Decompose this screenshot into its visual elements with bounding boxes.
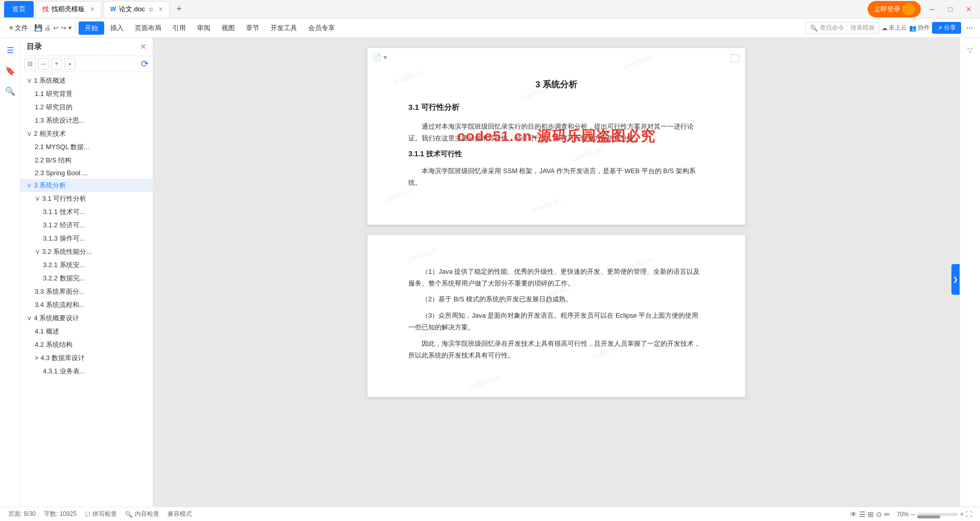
doc-list-item-3: （3）众所周知，Java 是面向对象的开发语言。程序开发员可以在 Eclipse…	[408, 310, 704, 334]
sidebar-icon-search[interactable]: 🔍	[2, 83, 18, 99]
tab-home[interactable]: 首页	[4, 1, 34, 17]
toc-refresh-icon[interactable]: ⟳	[141, 58, 149, 69]
menu-insert[interactable]: 插入	[105, 21, 129, 35]
toc-expand[interactable]: +	[51, 58, 62, 69]
search-command-input[interactable]: 🔍 查找命令、搜索模板	[805, 22, 879, 34]
status-view-icons: 👁 ☰ ⊞ ⊙ ✏	[850, 510, 890, 518]
toc-item[interactable]: 3.1.2 经济可...	[20, 219, 153, 232]
view-web-icon[interactable]: ⊙	[876, 510, 882, 518]
toolbar-print[interactable]: 🖨	[44, 24, 51, 32]
toc-item[interactable]: 2.3 Spring Boot ...	[20, 167, 153, 179]
tab-doc-close[interactable]: ✕	[158, 6, 163, 13]
status-spell-check[interactable]: ☑ 拼写检查	[85, 510, 117, 518]
maximize-button[interactable]: □	[943, 2, 958, 16]
page-toolbar-1: 📄 ▾	[373, 53, 387, 61]
tab-template-close[interactable]: ✕	[90, 6, 95, 13]
toc-item[interactable]: 4.2 系统结构	[20, 338, 153, 351]
share-button[interactable]: ↗ 分享	[932, 22, 961, 34]
status-zoom: 70% ─ + ⛶	[896, 511, 972, 518]
toc-item[interactable]: 1.3 系统设计思...	[20, 114, 153, 127]
zoom-fullscreen-button[interactable]: ⛶	[966, 511, 972, 518]
toc-item[interactable]: 1.1 研究背景	[20, 87, 153, 101]
view-edit-icon[interactable]: ✏	[884, 510, 890, 518]
right-panel-filter-icon[interactable]: ▽	[962, 42, 978, 58]
sidebar-icons: ☰ 🔖 🔍	[0, 38, 20, 521]
toc-item[interactable]: 1.2 研究目的	[20, 101, 153, 114]
toolbar-more[interactable]: ▾	[68, 24, 72, 32]
toolbar-undo[interactable]: ↩	[53, 24, 59, 32]
spell-check-label: 拼写检查	[92, 510, 117, 518]
page-tool-icon[interactable]: 📄 ▾	[373, 53, 387, 61]
sidebar-icon-bookmark[interactable]: 🔖	[2, 62, 18, 79]
toc-item[interactable]: ∨ 2 相关技术	[20, 127, 153, 140]
toc-close-button[interactable]: ✕	[140, 42, 146, 52]
right-panel: ▽	[960, 38, 980, 521]
zoom-out-button[interactable]: ─	[911, 511, 915, 518]
status-content-check[interactable]: 🔍 内容检查	[125, 510, 159, 518]
menu-page-layout[interactable]: 页面布局	[130, 21, 166, 35]
menu-more-options[interactable]: ⋯	[963, 22, 976, 34]
toc-item[interactable]: > 4.3 数据库设计	[20, 351, 153, 365]
toc-item[interactable]: 4.1 概述	[20, 325, 153, 338]
menu-chapter[interactable]: 章节	[241, 21, 264, 35]
view-page-icon[interactable]: ⊞	[868, 510, 874, 518]
tab-doc-label: 论文.doc	[119, 5, 145, 14]
cloud-icon: ☁	[881, 25, 888, 32]
view-read-icon[interactable]: 👁	[850, 510, 857, 518]
toc-expand-less[interactable]: ▪	[64, 58, 76, 69]
status-compat-mode: 兼容模式	[167, 510, 192, 518]
toc-item[interactable]: ∨ 1 系统概述	[20, 74, 153, 87]
menu-dev-tools[interactable]: 开发工具	[265, 21, 302, 35]
toc-toolbar: ⊟ ─ + ▪ ⟳	[20, 56, 153, 72]
menu-start-button[interactable]: 开始	[79, 21, 104, 35]
toc-item[interactable]: 4.3.1 业务表...	[20, 365, 153, 378]
toc-item[interactable]: 3.1.1 技术可...	[20, 205, 153, 219]
tab-template[interactable]: 找 找稻壳模板 ✕	[36, 1, 102, 17]
close-button[interactable]: ✕	[962, 2, 976, 16]
page-count-label: 页面: 8/30	[8, 510, 36, 518]
menu-file[interactable]: ≡ 文件	[4, 21, 33, 35]
toc-item[interactable]: 3.2.2 数据完...	[20, 272, 153, 285]
collab-label: 协作	[918, 23, 930, 32]
sidebar-icon-toc[interactable]: ☰	[2, 42, 18, 58]
tab-doc-restore[interactable]: ⧉	[149, 6, 153, 13]
toc-item[interactable]: ∨ 3.2 系统性能分...	[20, 245, 153, 258]
toc-item[interactable]: 2.2 B/S 结构	[20, 154, 153, 167]
toc-collapse-all[interactable]: ⊟	[24, 58, 36, 69]
login-button[interactable]: 立即登录	[868, 1, 921, 17]
page-corner-mark	[731, 54, 739, 62]
toc-item[interactable]: 3.4 系统流程和...	[20, 298, 153, 312]
status-bar: 页面: 8/30 字数: 10925 ☑ 拼写检查 🔍 内容检查 兼容模式 👁 …	[0, 507, 980, 521]
tab-doc[interactable]: W 论文.doc ⧉ ✕	[104, 1, 170, 17]
toc-item[interactable]: 3.1.3 操作可...	[20, 232, 153, 245]
watermark-item: code51.cn	[408, 245, 439, 263]
toolbar-redo[interactable]: ↪	[61, 24, 66, 32]
login-label: 立即登录	[874, 5, 900, 14]
toc-item[interactable]: 3.2.1 系统安...	[20, 258, 153, 272]
view-outline-icon[interactable]: ☰	[859, 510, 866, 518]
minimize-button[interactable]: ─	[925, 2, 939, 16]
zoom-in-button[interactable]: +	[960, 511, 964, 518]
menu-view[interactable]: 视图	[216, 21, 240, 35]
toc-title: 目录	[27, 42, 42, 52]
toc-item[interactable]: 3.3 系统界面分...	[20, 285, 153, 298]
toc-item[interactable]: ∨ 3 系统分析	[20, 179, 153, 192]
toc-item[interactable]: 2.1 MYSQL 数据...	[20, 140, 153, 154]
content-check-label: 内容检查	[135, 510, 159, 518]
menu-reference[interactable]: 引用	[167, 21, 191, 35]
doc-area[interactable]: 📄 ▾ code51.cn code51.cn code51.cn code51…	[153, 38, 960, 521]
menu-vip[interactable]: 会员专享	[303, 21, 340, 35]
right-expand-button[interactable]: ❯	[951, 264, 960, 295]
toc-item[interactable]: ∨ 4 系统概要设计	[20, 312, 153, 325]
collab-button[interactable]: 👥 协作	[909, 23, 930, 32]
toc-header: 目录 ✕	[20, 38, 153, 56]
main-layout: ☰ 🔖 🔍 目录 ✕ ⊟ ─ + ▪ ⟳ ∨ 1 系统概述1.1 研究背景1.2…	[0, 38, 980, 521]
word-count-label: 字数: 10925	[44, 510, 77, 518]
menu-review[interactable]: 审阅	[192, 21, 215, 35]
zoom-slider[interactable]	[917, 513, 958, 516]
toolbar-save[interactable]: 💾	[34, 24, 42, 32]
tab-add-button[interactable]: +	[172, 2, 186, 16]
cloud-button[interactable]: ☁ 未上云	[881, 23, 907, 32]
toc-collapse[interactable]: ─	[38, 58, 49, 69]
toc-item[interactable]: ∨ 3.1 可行性分析	[20, 192, 153, 205]
